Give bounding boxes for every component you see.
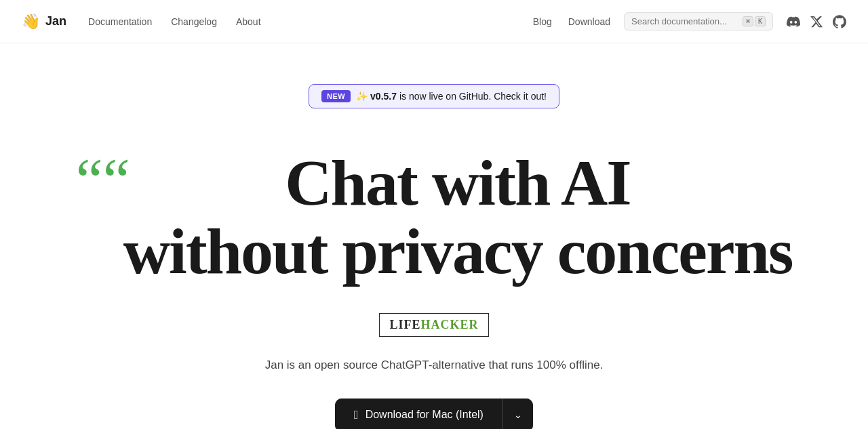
download-label: Download for Mac (Intel) (366, 409, 484, 421)
download-main-button[interactable]:  Download for Mac (Intel) (335, 399, 502, 429)
hero-description: Jan is an open source ChatGPT-alternativ… (265, 356, 604, 374)
lifehacker-logo: LIFEHACKER (379, 313, 488, 337)
logo-icon: 👋 (22, 13, 40, 30)
apple-icon:  (354, 408, 359, 422)
download-arrow-button[interactable]: ⌄ (503, 399, 533, 429)
main-content: NEW ✨ v0.5.7 is now live on GitHub. Chec… (0, 43, 868, 429)
nav-icons (787, 15, 846, 28)
nav-about[interactable]: About (236, 16, 261, 27)
announcement-text: ✨ v0.5.7 is now live on GitHub. Check it… (356, 91, 547, 102)
announcement-banner[interactable]: NEW ✨ v0.5.7 is now live on GitHub. Chec… (309, 84, 559, 108)
new-badge: NEW (321, 90, 351, 102)
logo-link[interactable]: 👋 Jan (22, 13, 66, 30)
chevron-down-icon: ⌄ (514, 409, 522, 420)
lifehacker-hacker: HACKER (421, 318, 479, 331)
nav-download[interactable]: Download (568, 16, 610, 27)
sparkle-icon: ✨ (356, 91, 368, 102)
nav-right: Blog Download ⌘ K (533, 12, 846, 30)
hero-title-container: ““ Chat with AI without privacy concerns (61, 149, 807, 286)
nav-left: 👋 Jan Documentation Changelog About (22, 13, 261, 30)
nav-blog[interactable]: Blog (533, 16, 552, 27)
logo-text: Jan (45, 14, 66, 28)
quote-marks: ““ (76, 156, 130, 205)
search-box[interactable]: ⌘ K (624, 12, 773, 30)
lifehacker-text: LIFEHACKER (389, 318, 478, 332)
discord-icon[interactable] (787, 15, 800, 28)
nav-changelog[interactable]: Changelog (171, 16, 217, 27)
search-k-key: K (755, 16, 766, 26)
nav-documentation[interactable]: Documentation (88, 16, 152, 27)
github-icon[interactable] (833, 15, 846, 28)
lifehacker-life: LIFE (389, 318, 420, 331)
hero-title: Chat with AI without privacy concerns (123, 149, 793, 286)
announcement-message: is now live on GitHub. Check it out! (397, 91, 547, 102)
search-input[interactable] (631, 16, 737, 26)
press-logo-container: LIFEHACKER (379, 313, 488, 337)
nav-right-links: Blog Download (533, 16, 610, 27)
announcement-version: v0.5.7 (370, 91, 397, 102)
twitter-x-icon[interactable] (810, 15, 823, 28)
search-shortcut: ⌘ K (743, 16, 766, 26)
search-meta-key: ⌘ (743, 16, 753, 26)
nav-links: Documentation Changelog About (88, 16, 261, 27)
hero-title-line2: without privacy concerns (123, 215, 793, 287)
hero-section: ““ Chat with AI without privacy concerns… (61, 149, 807, 429)
download-button-group[interactable]:  Download for Mac (Intel) ⌄ (335, 399, 533, 429)
navbar: 👋 Jan Documentation Changelog About Blog… (0, 0, 868, 43)
hero-title-line1: Chat with AI (285, 146, 630, 219)
